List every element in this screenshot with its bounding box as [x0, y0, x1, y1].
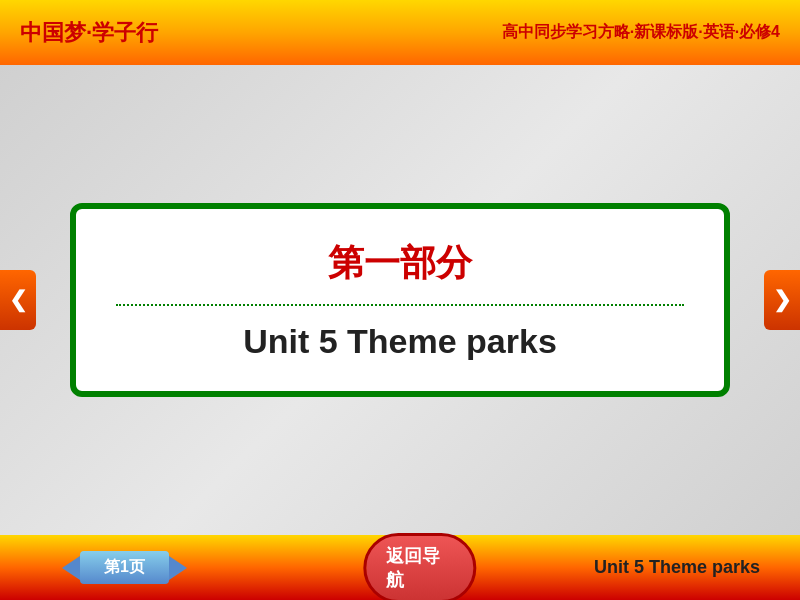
page-badge: 第1页 — [80, 551, 169, 584]
card-divider — [116, 304, 684, 306]
header-left-title: 中国梦·学子行 — [20, 18, 158, 48]
card-subtitle: Unit 5 Theme parks — [116, 322, 684, 361]
footer-unit-text: Unit 5 Theme parks — [594, 557, 760, 578]
footer-bar: 第1页 返回导航 Unit 5 Theme parks — [0, 535, 800, 600]
next-arrow-button[interactable]: ❯ — [764, 270, 800, 330]
content-card: 第一部分 Unit 5 Theme parks — [70, 203, 730, 397]
footer-left: 第1页 — [20, 551, 307, 584]
header-right-title: 高中同步学习方略·新课标版·英语·必修4 — [502, 22, 780, 43]
home-button[interactable]: 返回导航 — [363, 533, 476, 601]
footer-right: Unit 5 Theme parks — [533, 557, 780, 578]
left-arrow-icon: ❮ — [9, 287, 27, 313]
card-title: 第一部分 — [116, 239, 684, 288]
header-bar: 中国梦·学子行 高中同步学习方略·新课标版·英语·必修4 — [0, 0, 800, 65]
right-arrow-icon: ❯ — [773, 287, 791, 313]
prev-arrow-button[interactable]: ❮ — [0, 270, 36, 330]
main-content-area: ❮ 第一部分 Unit 5 Theme parks ❯ — [0, 65, 800, 535]
